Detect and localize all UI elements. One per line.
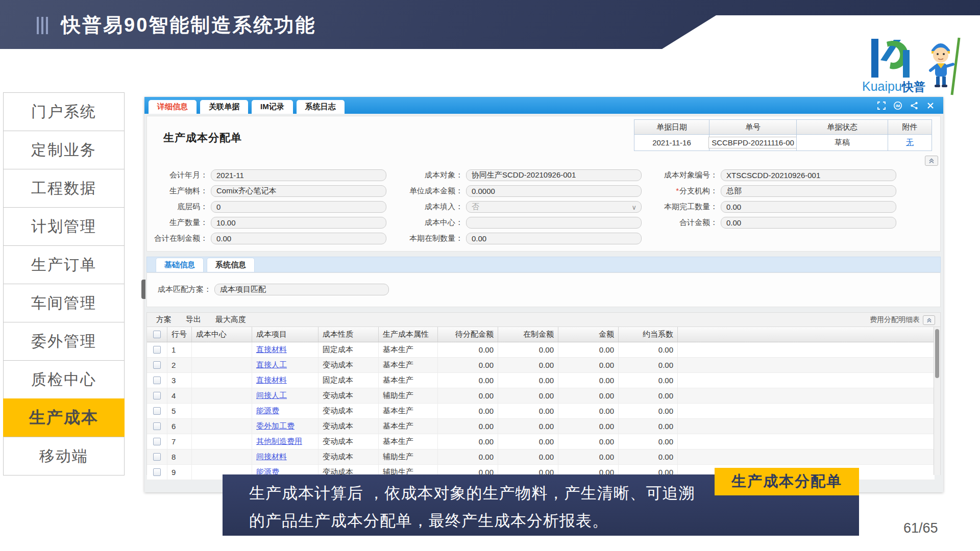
grid-header-cell: 生产成本属性 (379, 327, 438, 342)
grid-toolbar-button[interactable]: 最大高度 (215, 315, 246, 324)
cost-item-link[interactable]: 其他制造费用 (256, 437, 302, 446)
grid-header-cell: 成本中心 (192, 327, 252, 342)
form-field-label: 成本填入： (402, 202, 466, 212)
allocation-grid: 方案导出最大高度 费用分配明细表 行号成本中心成本项目成本性质生产成本属性待分配… (146, 312, 941, 475)
chevron-down-icon[interactable]: ∨ (631, 204, 636, 211)
slide: 快普易90智能制造系统功能 Kuaipu 快普 (0, 0, 980, 551)
row-checkbox[interactable] (153, 346, 161, 354)
form-field: 生产物料：Comix齐心笔记本 (146, 185, 386, 197)
form-field-input[interactable]: XTSCSCDD-20210926-001 (721, 169, 896, 181)
expand-icon[interactable] (877, 101, 886, 110)
im-icon[interactable]: IM (893, 101, 902, 110)
sidebar-item[interactable]: 定制业务 (3, 131, 125, 169)
cost-item-link[interactable]: 间接材料 (256, 452, 287, 462)
row-checkbox-cell (147, 373, 167, 388)
grid-cell-amount: 0.00 (558, 358, 619, 372)
sidebar-item[interactable]: 车间管理 (3, 284, 125, 322)
grid-header-cell: 成本性质 (318, 327, 379, 342)
sidebar: 门户系统定制业务工程数据计划管理生产订单车间管理委外管理质检中心生产成本移动端 (3, 93, 125, 475)
row-checkbox[interactable] (153, 361, 161, 369)
grid-cell-amount: 0.00 (558, 434, 619, 449)
row-checkbox[interactable] (153, 377, 161, 384)
form-field: 成本填入：否∨ (402, 201, 642, 213)
sidebar-item[interactable]: 委外管理 (3, 322, 125, 361)
sidebar-item[interactable]: 移动端 (3, 437, 125, 475)
cost-item-link[interactable]: 能源费 (256, 406, 279, 416)
sidebar-item[interactable]: 工程数据 (3, 169, 125, 208)
window-tab[interactable]: IM记录 (252, 100, 293, 114)
row-checkbox[interactable] (153, 438, 161, 445)
grid-cell-center (192, 342, 252, 357)
window-tab[interactable]: 关联单据 (200, 100, 248, 114)
form-field-input[interactable]: 0.00 (721, 201, 896, 213)
form-column-3: 成本对象编号：XTSCSCDD-20210926-001*分支机构：总部本期完工… (656, 169, 896, 233)
grid-cell-filler (678, 449, 935, 464)
grid-toolbar-button[interactable]: 方案 (156, 315, 172, 324)
form-field-input[interactable]: 2021-11 (211, 169, 386, 181)
left-panel-handle[interactable] (141, 280, 145, 299)
subtab[interactable]: 基础信息 (156, 258, 204, 272)
sidebar-item[interactable]: 质检中心 (3, 360, 125, 399)
header-table-column: 单据日期 (634, 119, 709, 135)
kuaipu-mascot (930, 38, 959, 95)
row-checkbox-cell (147, 419, 167, 434)
share-icon[interactable] (910, 101, 919, 110)
form-field-input[interactable]: 协同生产SCDD-20210926-001 (466, 169, 642, 181)
sidebar-item-active[interactable]: 生产成本 (3, 398, 125, 437)
form-collapse-button[interactable] (925, 156, 938, 166)
form-field-label: 合计在制金额： (146, 234, 211, 243)
grid-cell-no: 3 (167, 373, 192, 388)
form-field-input[interactable]: 0.00 (466, 233, 642, 244)
form-field-input[interactable]: 否∨ (466, 201, 642, 213)
titlebar-icons: IM (877, 101, 935, 110)
title-bars-icon (37, 17, 48, 34)
row-checkbox[interactable] (153, 422, 161, 430)
grid-header-cell: 行号 (167, 327, 192, 342)
grid-cell-nature: 变动成本 (318, 404, 379, 418)
row-checkbox[interactable] (153, 392, 161, 399)
form-field-input[interactable]: 0.00 (211, 233, 386, 244)
form-field-input[interactable]: 总部 (721, 185, 896, 197)
caption-badge: 生产成本分配单 (715, 468, 859, 495)
subtab[interactable]: 系统信息 (207, 258, 255, 272)
form-field-label: 本期完工数量： (656, 202, 721, 212)
form-field-input[interactable]: 10.00 (211, 217, 386, 229)
cost-item-link[interactable]: 直接材料 (256, 375, 287, 385)
row-checkbox[interactable] (153, 453, 161, 461)
grid-cell-pending: 0.00 (438, 358, 498, 372)
grid-collapse-button[interactable] (923, 315, 935, 325)
slide-header-row: 快普易90智能制造系统功能 (37, 12, 316, 38)
cost-item-link[interactable]: 直接材料 (256, 345, 287, 355)
scrollbar-thumb[interactable] (935, 329, 939, 378)
grid-vertical-scrollbar[interactable] (934, 327, 940, 475)
form-field-input[interactable]: 0 (211, 201, 386, 213)
cost-item-link[interactable]: 直接人工 (256, 360, 287, 370)
grid-cell-pending: 0.00 (438, 449, 498, 464)
form-field-input[interactable] (466, 217, 642, 229)
grid-cell-amount: 0.00 (558, 373, 619, 388)
grid-cell-filler (678, 388, 935, 403)
cost-item-link[interactable]: 委外加工费 (256, 421, 295, 431)
window-tab[interactable]: 详细信息 (149, 100, 197, 114)
attachment-link[interactable]: 无 (906, 138, 914, 147)
form-field-label: 成本对象编号： (656, 170, 721, 180)
match-plan-input[interactable]: 成本项目匹配 (214, 284, 389, 295)
header-table-column: 单号 (709, 119, 797, 135)
cost-item-link[interactable]: 间接人工 (256, 391, 287, 400)
form-field-input[interactable]: 0.00 (721, 217, 896, 229)
grid-cell-nature: 变动成本 (318, 434, 379, 449)
form-field-input[interactable]: 0.0000 (466, 185, 642, 197)
row-checkbox[interactable] (153, 468, 161, 476)
sidebar-item[interactable]: 门户系统 (3, 92, 125, 131)
grid-cell-pending: 0.00 (438, 434, 498, 449)
sidebar-item[interactable]: 计划管理 (3, 207, 125, 246)
row-checkbox[interactable] (153, 407, 161, 415)
window-tab[interactable]: 系统日志 (297, 100, 345, 114)
sidebar-item[interactable]: 生产订单 (3, 245, 125, 284)
grid-toolbar-button[interactable]: 导出 (186, 315, 201, 324)
kp-monogram (871, 39, 910, 78)
close-icon[interactable] (926, 101, 935, 110)
form-field-input[interactable]: Comix齐心笔记本 (211, 185, 386, 197)
select-all-checkbox[interactable] (153, 331, 161, 338)
grid-cell-center (192, 419, 252, 434)
